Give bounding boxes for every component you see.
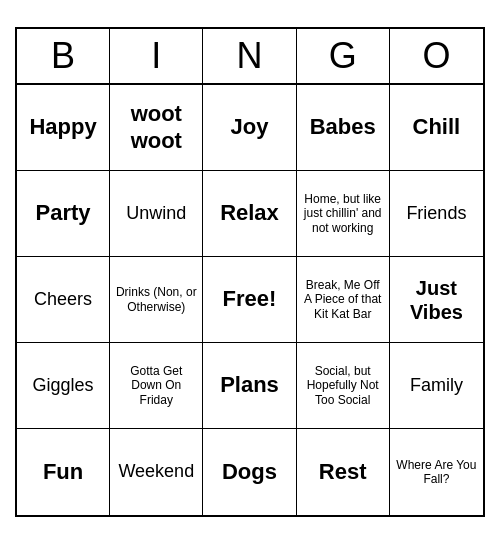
cell-13: Break, Me Off A Piece of that Kit Kat Ba…: [297, 257, 390, 343]
cell-text-3: Babes: [310, 114, 376, 140]
cell-text-6: Unwind: [126, 203, 186, 225]
cell-9: Friends: [390, 171, 483, 257]
cell-text-8: Home, but like just chillin' and not wor…: [301, 192, 385, 235]
header-o: O: [390, 29, 483, 83]
cell-6: Unwind: [110, 171, 203, 257]
cell-text-19: Family: [410, 375, 463, 397]
cell-8: Home, but like just chillin' and not wor…: [297, 171, 390, 257]
header-n: N: [203, 29, 296, 83]
header-i: I: [110, 29, 203, 83]
cell-3: Babes: [297, 85, 390, 171]
cell-text-13: Break, Me Off A Piece of that Kit Kat Ba…: [301, 278, 385, 321]
bingo-header: BINGO: [17, 29, 483, 85]
cell-text-21: Weekend: [118, 461, 194, 483]
cell-18: Social, but Hopefully Not Too Social: [297, 343, 390, 429]
cell-20: Fun: [17, 429, 110, 515]
cell-2: Joy: [203, 85, 296, 171]
cell-1: woot woot: [110, 85, 203, 171]
cell-text-7: Relax: [220, 200, 279, 226]
cell-23: Rest: [297, 429, 390, 515]
cell-21: Weekend: [110, 429, 203, 515]
cell-7: Relax: [203, 171, 296, 257]
cell-5: Party: [17, 171, 110, 257]
cell-text-22: Dogs: [222, 459, 277, 485]
cell-17: Plans: [203, 343, 296, 429]
cell-10: Cheers: [17, 257, 110, 343]
bingo-grid: Happywoot wootJoyBabesChillPartyUnwindRe…: [17, 85, 483, 515]
cell-text-18: Social, but Hopefully Not Too Social: [301, 364, 385, 407]
cell-text-11: Drinks (Non, or Otherwise): [114, 285, 198, 314]
cell-text-20: Fun: [43, 459, 83, 485]
cell-text-12: Free!: [223, 286, 277, 312]
cell-11: Drinks (Non, or Otherwise): [110, 257, 203, 343]
cell-text-0: Happy: [29, 114, 96, 140]
cell-text-24: Where Are You Fall?: [394, 458, 479, 487]
cell-text-2: Joy: [231, 114, 269, 140]
cell-14: Just Vibes: [390, 257, 483, 343]
cell-text-15: Giggles: [33, 375, 94, 397]
bingo-card: BINGO Happywoot wootJoyBabesChillPartyUn…: [15, 27, 485, 517]
cell-15: Giggles: [17, 343, 110, 429]
cell-text-9: Friends: [406, 203, 466, 225]
cell-text-10: Cheers: [34, 289, 92, 311]
header-b: B: [17, 29, 110, 83]
cell-text-17: Plans: [220, 372, 279, 398]
cell-text-1: woot woot: [131, 101, 182, 154]
header-g: G: [297, 29, 390, 83]
cell-16: Gotta Get Down On Friday: [110, 343, 203, 429]
cell-22: Dogs: [203, 429, 296, 515]
cell-0: Happy: [17, 85, 110, 171]
cell-4: Chill: [390, 85, 483, 171]
cell-19: Family: [390, 343, 483, 429]
cell-text-14: Just Vibes: [394, 276, 479, 324]
cell-text-5: Party: [36, 200, 91, 226]
cell-12: Free!: [203, 257, 296, 343]
cell-text-16: Gotta Get Down On Friday: [114, 364, 198, 407]
cell-text-4: Chill: [413, 114, 461, 140]
cell-24: Where Are You Fall?: [390, 429, 483, 515]
cell-text-23: Rest: [319, 459, 367, 485]
